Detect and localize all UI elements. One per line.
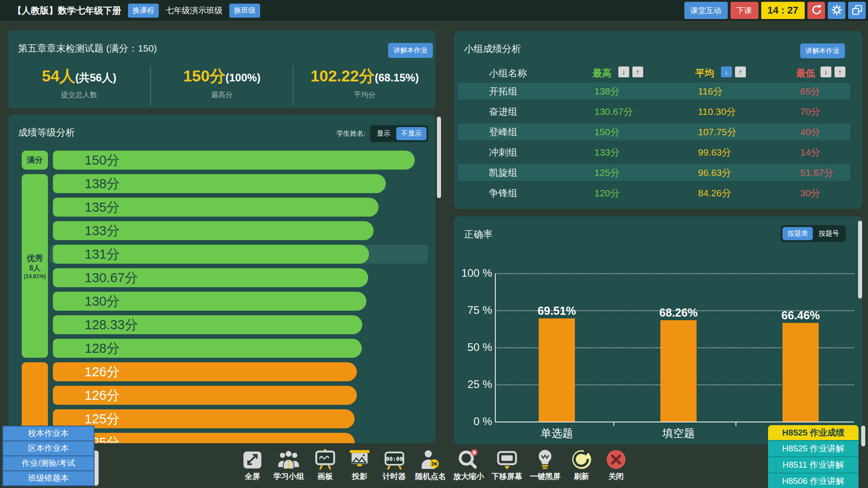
accuracy-bar[interactable] [660, 320, 697, 422]
group-name-cell: 凯旋组 [489, 164, 517, 181]
grade-label-full-marks: 满分 [22, 151, 48, 170]
group-min-cell: 51.67分 [800, 164, 834, 181]
toolbar-fullscreen[interactable]: 全屏 [239, 448, 266, 482]
toolbar-blackout[interactable]: 一键黑屏 [530, 448, 560, 482]
score-bar[interactable]: 135分 [53, 198, 379, 217]
toolbar-projector[interactable]: 投影 [346, 448, 373, 482]
whiteboard-icon [314, 448, 337, 471]
group-table-row[interactable]: 凯旋组125分96.63分51.67分 [458, 164, 850, 181]
score-bar[interactable]: 128.33分 [53, 315, 362, 334]
class-name: 七年级演示班级 [166, 5, 223, 16]
toolbar-label: 放大缩小 [453, 471, 484, 482]
toolbar-move-screen[interactable]: 下移屏幕 [492, 448, 522, 482]
accuracy-bar[interactable] [539, 318, 575, 422]
change-course-button[interactable]: 换课程 [128, 4, 159, 18]
gear-icon [831, 4, 843, 17]
score-bar[interactable]: 138分 [53, 174, 386, 193]
y-axis-line [495, 273, 496, 422]
x-category-label: 填空题 [651, 426, 706, 441]
toolbar-label: 画板 [318, 471, 333, 482]
grade-name: 满分 [27, 155, 43, 166]
end-class-button[interactable]: 下课 [730, 2, 759, 19]
score-bar[interactable]: 126分 [53, 386, 357, 405]
accuracy-bar[interactable] [783, 323, 819, 422]
copy-windows-icon [851, 4, 863, 17]
refresh-page-button[interactable] [807, 2, 825, 19]
grade-analysis-panel: 成绩等级分析 学生姓名: 显示 不显示 满分150分优秀8人(14.81%)13… [8, 114, 436, 443]
left-column-scrollbar[interactable] [437, 117, 441, 198]
refresh-icon [811, 4, 822, 17]
score-bar[interactable]: 150分 [53, 151, 415, 170]
left-menu-item[interactable]: 区本作业本 [3, 441, 94, 455]
sort-avg-desc-button[interactable]: ↓ [721, 66, 732, 77]
gridline [495, 273, 854, 274]
change-class-button[interactable]: 换班级 [229, 4, 260, 18]
sort-avg-asc-button[interactable]: ↑ [735, 66, 746, 77]
explain-homework-button[interactable]: 讲解本作业 [800, 43, 845, 58]
toolbar-refresh[interactable]: 刷新 [568, 448, 595, 482]
toolbar-timer[interactable]: 00:00计时器 [381, 448, 408, 482]
toolbar-study-group[interactable]: 学习小组 [273, 448, 304, 482]
summary-stats: 54人(共56人) 提交总人数 150分(100%) 最高分 102.22分(6… [8, 66, 436, 105]
toolbar-close[interactable]: 关闭 [602, 448, 630, 482]
group-table-row[interactable]: 奋进组130.67分110.30分70分 [458, 103, 850, 120]
toolbar-random-name[interactable]: 随机点名 [415, 448, 446, 482]
grade-bar-chart: 满分150分优秀8人(14.81%)138分135分133分131分130.67… [8, 114, 436, 443]
score-bar[interactable]: 130.67分 [53, 268, 368, 287]
group-table-row[interactable]: 争锋组120分84.26分30分 [458, 185, 850, 201]
toolbar-zoom[interactable]: 放大缩小 [453, 448, 484, 482]
right-menu-scrollbar[interactable] [861, 426, 865, 446]
group-table-row[interactable]: 登峰组150分107.75分40分 [458, 123, 850, 140]
stat-highest: 150分(100%) 最高分 [150, 66, 293, 105]
group-min-cell: 40分 [800, 123, 820, 140]
right-column-scrollbar[interactable] [858, 221, 862, 298]
right-menu-item-active[interactable]: H8525 作业成绩 [768, 425, 859, 440]
fullscreen-icon [241, 448, 264, 471]
left-menu-item[interactable]: 校本作业本 [3, 426, 94, 441]
score-bar[interactable]: 128分 [53, 339, 362, 358]
top-bar-left: 【人教版】数学七年级下册 换课程 七年级演示班级 换班级 [0, 4, 260, 18]
score-bar[interactable]: 131分 [53, 245, 369, 264]
toolbar-whiteboard[interactable]: 画板 [312, 448, 339, 482]
group-table-row[interactable]: 冲刺组133分99.63分14分 [458, 144, 850, 161]
score-bar[interactable]: 133分 [53, 221, 374, 240]
column-header-min: 最低 [796, 67, 815, 80]
sort-min-asc-button[interactable]: ↑ [835, 66, 845, 77]
axis-tick [735, 422, 736, 426]
right-menu-item[interactable]: H8525 作业讲解 [768, 440, 859, 456]
score-bar[interactable]: 130分 [53, 292, 366, 311]
score-bar[interactable]: 125分 [53, 409, 355, 428]
score-bar[interactable]: 126分 [53, 362, 357, 381]
bar-value-label: 66.46% [773, 309, 828, 322]
bar-value-label: 69.51% [530, 304, 584, 317]
close-icon [605, 448, 627, 471]
group-avg-cell: 96.63分 [698, 164, 731, 181]
windows-switch-button[interactable] [848, 2, 866, 19]
score-bar[interactable]: 125分 [53, 433, 355, 443]
settings-button[interactable] [828, 2, 845, 19]
left-menu-item[interactable]: 作业/测验/考试 [3, 455, 94, 470]
column-header-max: 最高 [593, 67, 612, 80]
group-max-cell: 150分 [594, 123, 620, 140]
study-group-icon [277, 448, 300, 471]
sort-max-asc-button[interactable]: ↑ [632, 66, 643, 77]
toolbar-label: 投影 [352, 471, 367, 482]
y-tick-label: 100 % [454, 267, 492, 280]
y-tick-label: 75 % [454, 304, 492, 317]
class-timer: 14 : 27 [761, 2, 805, 19]
stat-label: 最高分 [151, 90, 293, 100]
toolbar-label: 随机点名 [415, 471, 446, 482]
classroom-interaction-button[interactable]: 课堂互动 [684, 2, 728, 19]
toolbar-label: 刷新 [574, 471, 589, 482]
right-menu-item[interactable]: H8506 作业讲解 [768, 473, 859, 488]
sort-max-desc-button[interactable]: ↓ [618, 66, 629, 77]
group-name-cell: 登峰组 [489, 123, 517, 140]
group-score-panel: 小组成绩分析 讲解本作业 小组名称 最高 ↓ ↑ 平均 ↓ ↑ 最低 ↓ ↑ 开… [454, 31, 862, 209]
x-axis-line [495, 422, 854, 422]
explain-homework-button[interactable]: 讲解本作业 [388, 43, 433, 58]
group-table-row[interactable]: 开拓组138分116分65分 [458, 83, 850, 99]
group-name-cell: 争锋组 [489, 185, 517, 201]
left-menu-item[interactable]: 班级错题本 [3, 470, 94, 485]
right-menu-item[interactable]: H8511 作业讲解 [768, 456, 859, 473]
sort-min-desc-button[interactable]: ↓ [821, 66, 831, 77]
